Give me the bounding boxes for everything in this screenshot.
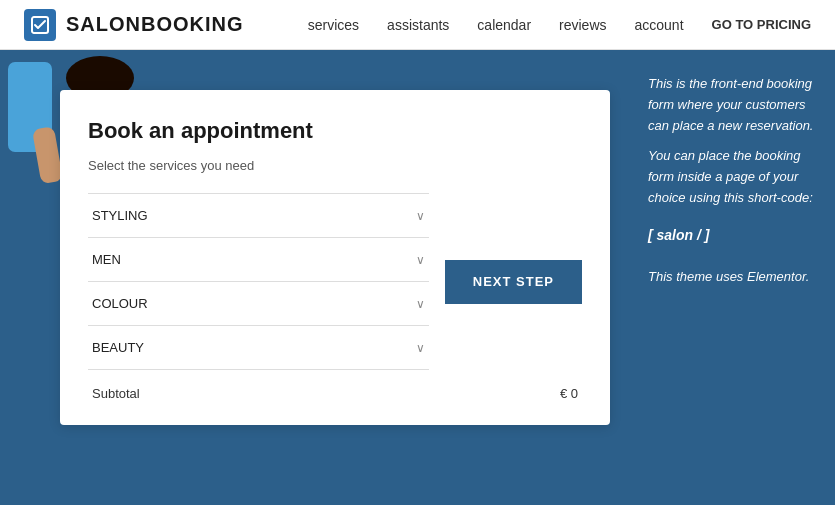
booking-title: Book an appointment [88,118,582,144]
booking-card: Book an appointment Select the services … [60,90,610,425]
subtotal-row: Subtotal € 0 [88,370,582,405]
logo-icon [24,9,56,41]
nav-account[interactable]: account [635,17,684,33]
nav-pricing[interactable]: GO TO PRICING [712,17,811,32]
nav-services[interactable]: services [308,17,359,33]
service-row-colour[interactable]: COLOUR∨ [88,282,429,326]
site-header: SALONBOOKING services assistants calenda… [0,0,835,50]
booking-subtitle: Select the services you need [88,158,582,173]
main-nav: services assistants calendar reviews acc… [308,17,811,33]
right-sidebar: This is the front-end booking form where… [630,50,835,505]
nav-reviews[interactable]: reviews [559,17,606,33]
logo-area: SALONBOOKING [24,9,244,41]
chevron-down-icon: ∨ [416,341,425,355]
chevron-down-icon: ∨ [416,209,425,223]
service-row-men[interactable]: MEN∨ [88,238,429,282]
subtotal-label: Subtotal [92,386,140,401]
hero-area: Book an appointment Select the services … [0,50,630,505]
service-label-colour: COLOUR [92,296,148,311]
service-label-men: MEN [92,252,121,267]
sidebar-theme-note: This theme uses Elementor. [648,269,817,284]
services-next-container: STYLING∨MEN∨COLOUR∨BEAUTY∨ NEXT STEP [88,193,582,370]
service-row-beauty[interactable]: BEAUTY∨ [88,326,429,370]
services-list: STYLING∨MEN∨COLOUR∨BEAUTY∨ [88,193,429,370]
service-label-beauty: BEAUTY [92,340,144,355]
sidebar-paragraph2: You can place the booking form inside a … [648,146,817,208]
sidebar-paragraph1: This is the front-end booking form where… [648,74,817,136]
sidebar-shortcode: [ salon / ] [648,227,817,243]
next-step-button[interactable]: NEXT STEP [445,260,582,304]
chevron-down-icon: ∨ [416,253,425,267]
subtotal-value: € 0 [560,386,578,401]
chevron-down-icon: ∨ [416,297,425,311]
svg-rect-4 [32,126,63,184]
nav-assistants[interactable]: assistants [387,17,449,33]
logo-text: SALONBOOKING [66,13,244,36]
main-content: Book an appointment Select the services … [0,50,835,505]
nav-calendar[interactable]: calendar [477,17,531,33]
service-row-styling[interactable]: STYLING∨ [88,193,429,238]
service-label-styling: STYLING [92,208,148,223]
